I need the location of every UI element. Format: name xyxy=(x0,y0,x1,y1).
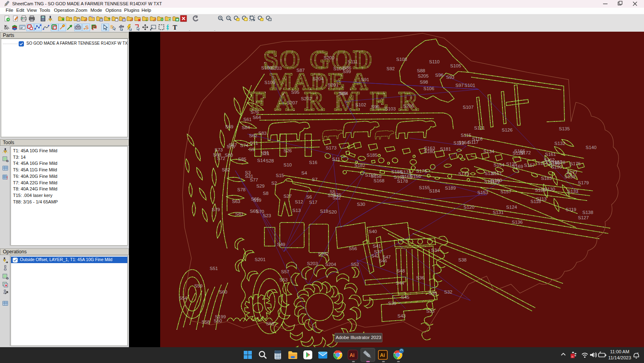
svg-text:S15: S15 xyxy=(276,173,284,178)
svg-text:S188: S188 xyxy=(535,188,546,192)
svg-text:S140: S140 xyxy=(586,145,597,150)
svg-text:S74: S74 xyxy=(240,143,249,148)
svg-text:S63: S63 xyxy=(232,199,240,204)
svg-text:S36: S36 xyxy=(416,275,424,280)
svg-text:S34: S34 xyxy=(431,248,440,253)
svg-text:S164: S164 xyxy=(458,140,469,145)
svg-text:S55: S55 xyxy=(266,321,274,326)
svg-text:S187: S187 xyxy=(551,160,562,164)
svg-text:S119: S119 xyxy=(566,207,576,212)
svg-text:S115: S115 xyxy=(461,133,471,138)
svg-text:S121: S121 xyxy=(474,125,485,130)
svg-text:S201: S201 xyxy=(255,257,266,262)
svg-text:S59: S59 xyxy=(194,283,202,288)
svg-text:S167: S167 xyxy=(524,163,535,168)
svg-text:S7: S7 xyxy=(312,177,318,182)
svg-text:S104: S104 xyxy=(333,66,344,71)
svg-text:S26: S26 xyxy=(283,148,292,153)
svg-text:S109: S109 xyxy=(264,80,275,85)
svg-text:S6: S6 xyxy=(306,194,312,199)
svg-text:S40: S40 xyxy=(369,229,377,234)
svg-text:S153: S153 xyxy=(477,190,488,195)
svg-text:S126: S126 xyxy=(502,127,513,132)
svg-text:S154: S154 xyxy=(494,162,504,167)
svg-text:S200: S200 xyxy=(324,55,335,60)
svg-text:S56: S56 xyxy=(349,246,357,251)
svg-text:S199: S199 xyxy=(215,314,226,319)
svg-text:S61: S61 xyxy=(243,117,251,122)
svg-text:S190: S190 xyxy=(551,164,562,169)
svg-text:S76: S76 xyxy=(251,110,259,115)
svg-text:S98: S98 xyxy=(420,80,428,84)
svg-text:S100: S100 xyxy=(261,65,272,70)
svg-text:S106: S106 xyxy=(423,86,434,91)
svg-text:S57: S57 xyxy=(281,269,289,274)
svg-text:S14: S14 xyxy=(257,158,266,163)
svg-text:S27: S27 xyxy=(283,194,292,199)
svg-text:S28: S28 xyxy=(266,158,274,163)
svg-text:S10: S10 xyxy=(283,162,292,167)
svg-text:S54: S54 xyxy=(179,296,187,300)
svg-text:S11: S11 xyxy=(332,157,340,162)
svg-text:S79: S79 xyxy=(212,207,220,212)
svg-text:S135: S135 xyxy=(559,126,570,131)
svg-text:S169: S169 xyxy=(512,164,523,169)
svg-text:S52: S52 xyxy=(351,262,359,267)
svg-text:S13: S13 xyxy=(292,208,301,213)
svg-text:S132: S132 xyxy=(554,141,565,146)
svg-text:S117: S117 xyxy=(468,140,479,145)
svg-text:S29: S29 xyxy=(256,184,264,188)
svg-text:S103: S103 xyxy=(385,106,396,111)
svg-text:S202: S202 xyxy=(301,96,312,101)
svg-text:S21: S21 xyxy=(261,151,269,156)
svg-text:S35: S35 xyxy=(429,291,437,296)
svg-text:S8: S8 xyxy=(263,191,268,196)
svg-text:S161: S161 xyxy=(545,152,556,157)
svg-text:S73: S73 xyxy=(215,147,223,152)
svg-text:!: ! xyxy=(6,176,8,180)
svg-text:S96: S96 xyxy=(435,73,443,78)
svg-text:S186: S186 xyxy=(391,169,402,174)
svg-text:S107: S107 xyxy=(463,105,474,110)
svg-text:S203: S203 xyxy=(307,261,318,266)
svg-text:S157: S157 xyxy=(500,189,511,194)
svg-text:S95: S95 xyxy=(291,90,299,95)
svg-text:S204: S204 xyxy=(325,262,336,267)
svg-text:S168: S168 xyxy=(374,178,384,183)
svg-text:G: G xyxy=(6,159,9,163)
svg-text:S38: S38 xyxy=(458,257,466,262)
svg-text:S85: S85 xyxy=(238,157,246,162)
svg-text:S71: S71 xyxy=(250,140,258,145)
svg-text:S181: S181 xyxy=(440,147,451,151)
svg-text:S: S xyxy=(110,24,113,29)
svg-text:S30: S30 xyxy=(357,202,365,207)
svg-text:S78: S78 xyxy=(237,187,245,192)
svg-text:S206: S206 xyxy=(403,104,414,108)
svg-text:S42: S42 xyxy=(371,253,379,258)
svg-text:S81: S81 xyxy=(235,212,243,216)
svg-text:Ai: Ai xyxy=(350,352,354,358)
svg-text:S2: S2 xyxy=(271,181,277,186)
svg-text:S185: S185 xyxy=(367,153,378,158)
svg-text:S205: S205 xyxy=(418,73,429,78)
svg-text:S84: S84 xyxy=(242,125,250,130)
svg-text:FARMER: FARMER xyxy=(250,86,429,116)
svg-text:S178: S178 xyxy=(397,179,408,184)
svg-text:S45: S45 xyxy=(401,295,409,300)
svg-text:S58: S58 xyxy=(202,320,210,324)
svg-text:S182: S182 xyxy=(354,163,365,168)
svg-text:S131: S131 xyxy=(493,210,504,215)
svg-text:S49: S49 xyxy=(277,242,285,247)
svg-text:S201: S201 xyxy=(328,82,339,87)
svg-text:S18: S18 xyxy=(320,209,328,214)
svg-text:S48: S48 xyxy=(397,268,405,273)
svg-text:S204: S204 xyxy=(313,76,324,81)
svg-text:S108: S108 xyxy=(396,57,407,62)
svg-text:S118: S118 xyxy=(530,199,541,204)
svg-text:S173: S173 xyxy=(326,145,337,150)
svg-text:S130: S130 xyxy=(544,187,555,192)
svg-text:S105: S105 xyxy=(450,63,461,68)
svg-text:S184: S184 xyxy=(429,188,440,193)
svg-text:S133: S133 xyxy=(567,189,578,194)
svg-text:S87: S87 xyxy=(296,68,305,73)
